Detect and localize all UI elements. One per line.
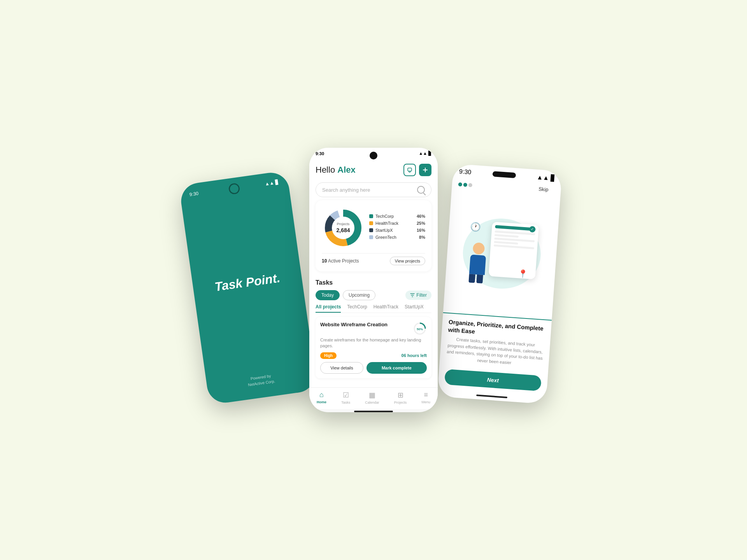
onboard-home-indicator bbox=[476, 394, 507, 398]
chart-legend: TechCorp 46% HealthTrack 25% bbox=[369, 214, 425, 242]
illustration-card: ✓ bbox=[489, 222, 539, 279]
bottom-nav: ⌂ Home ☑ Tasks ▦ Calendar ⊞ Projects ≡ M… bbox=[309, 387, 438, 409]
svg-rect-0 bbox=[408, 168, 412, 171]
menu-icon: ≡ bbox=[424, 391, 428, 399]
legend-item-techcorp: TechCorp 46% bbox=[369, 214, 425, 219]
chart-card: Projects 2,684 TechCorp 46% bbox=[316, 200, 431, 271]
legend-item-healthtrack: HealthTrack 25% bbox=[369, 221, 425, 226]
onboard-description: Create tasks, set priorities, and track … bbox=[446, 336, 544, 368]
add-icon bbox=[422, 167, 428, 173]
brand-logo: Task Point. bbox=[214, 271, 281, 294]
search-placeholder: Search anything here bbox=[322, 187, 370, 193]
notification-button[interactable] bbox=[403, 164, 416, 176]
nav-tasks-label: Tasks bbox=[341, 401, 350, 404]
nav-calendar[interactable]: ▦ Calendar bbox=[365, 391, 379, 404]
nav-calendar-label: Calendar bbox=[365, 401, 379, 404]
onboard-text: Organize, Prioritize, and Complete with … bbox=[439, 312, 552, 373]
phone-main: 9:30 ▲▲ ▊ Hello Alex bbox=[309, 148, 438, 412]
splash-brand: Task Point. bbox=[190, 185, 305, 381]
task-footer: High 06 hours left bbox=[320, 352, 427, 359]
main-notch bbox=[370, 152, 377, 159]
task-description: Create wireframes for the homepage and k… bbox=[320, 337, 427, 349]
task-name: Website Wireframe Creation bbox=[320, 322, 388, 327]
onboard-signal: ▲▲ ▊ bbox=[537, 173, 556, 182]
add-button[interactable] bbox=[419, 164, 431, 176]
main-time: 9:30 bbox=[316, 151, 324, 156]
onboard-notch bbox=[492, 171, 516, 178]
onboard-illustration: 🕐 ✓ bbox=[443, 191, 560, 317]
chart-row: Projects 2,684 TechCorp 46% bbox=[322, 206, 425, 249]
view-details-button[interactable]: View details bbox=[320, 362, 363, 374]
legend-item-startupx: StartUpX 16% bbox=[369, 228, 425, 233]
tasks-title: Tasks bbox=[316, 279, 431, 286]
task-card-header: Website Wireframe Creation 50% bbox=[320, 322, 427, 336]
priority-badge: High bbox=[320, 352, 337, 359]
legend-dot-techcorp bbox=[369, 214, 373, 218]
task-card: Website Wireframe Creation 50% Create wi… bbox=[316, 317, 431, 378]
app-scene: 9:30 ▲▲ ▊ Task Point. Powered byNetActiv… bbox=[193, 148, 554, 412]
sub-tabs: All projects TechCorp HealthTrack StartU… bbox=[316, 304, 431, 313]
subtab-startupx[interactable]: StartUpX bbox=[405, 304, 424, 313]
nav-projects-label: Projects bbox=[394, 401, 407, 404]
nav-home[interactable]: ⌂ Home bbox=[317, 391, 326, 404]
chart-footer: 10 Active Projects View projects bbox=[322, 253, 425, 265]
subtab-all[interactable]: All projects bbox=[316, 304, 341, 313]
dot-1 bbox=[458, 182, 463, 186]
skip-button[interactable]: Skip bbox=[532, 184, 555, 196]
nav-tasks[interactable]: ☑ Tasks bbox=[341, 391, 350, 404]
progress-circle: 50% bbox=[413, 322, 427, 336]
legend-item-greentech: GreenTech 8% bbox=[369, 235, 425, 240]
notification-icon bbox=[407, 167, 413, 173]
nav-projects[interactable]: ⊞ Projects bbox=[394, 391, 407, 404]
legend-dot-healthtrack bbox=[369, 221, 373, 225]
donut-center: Projects 2,684 bbox=[336, 222, 350, 234]
search-icon bbox=[417, 186, 425, 194]
greeting: Hello Alex bbox=[316, 165, 356, 175]
nav-menu-label: Menu bbox=[421, 400, 430, 404]
tab-today[interactable]: Today bbox=[316, 290, 340, 300]
subtab-healthtrack[interactable]: HealthTrack bbox=[374, 304, 398, 313]
mark-complete-button[interactable]: Mark complete bbox=[366, 362, 427, 374]
phone-onboard: 9:30 ▲▲ ▊ Skip 🕐 bbox=[437, 164, 562, 404]
legend-dot-greentech bbox=[369, 235, 373, 239]
view-projects-button[interactable]: View projects bbox=[390, 257, 425, 265]
subtab-techcorp[interactable]: TechCorp bbox=[347, 304, 367, 313]
person-head bbox=[473, 242, 485, 255]
task-actions: View details Mark complete bbox=[320, 362, 427, 374]
dot-3 bbox=[468, 183, 473, 187]
next-button[interactable]: Next bbox=[444, 369, 542, 391]
pin-icon: 📍 bbox=[517, 269, 528, 279]
clock-icon: 🕐 bbox=[470, 222, 481, 233]
svg-text:50%: 50% bbox=[417, 327, 423, 331]
dot-2 bbox=[463, 182, 468, 187]
phone-splash: 9:30 ▲▲ ▊ Task Point. Powered byNetActiv… bbox=[179, 170, 317, 405]
legend-dot-startupx bbox=[369, 228, 373, 232]
onboard-time: 9:30 bbox=[459, 168, 472, 176]
main-status-bar: 9:30 ▲▲ ▊ bbox=[309, 148, 438, 158]
illustration-bg: 🕐 ✓ bbox=[461, 216, 543, 291]
tasks-tabs: Today Upcoming Filter bbox=[316, 290, 431, 300]
active-projects-count: 10 Active Projects bbox=[322, 258, 359, 264]
hours-left: 06 hours left bbox=[402, 353, 427, 358]
donut-chart: Projects 2,684 bbox=[322, 206, 365, 249]
filter-icon bbox=[410, 293, 415, 298]
tab-upcoming[interactable]: Upcoming bbox=[343, 290, 375, 300]
header-icons bbox=[403, 164, 431, 176]
app-header: Hello Alex bbox=[309, 158, 438, 179]
nav-menu[interactable]: ≡ Menu bbox=[421, 391, 430, 404]
calendar-icon: ▦ bbox=[369, 391, 375, 399]
filter-button[interactable]: Filter bbox=[405, 290, 431, 300]
person-legs bbox=[468, 274, 484, 284]
projects-icon: ⊞ bbox=[398, 391, 403, 399]
illustration-person bbox=[468, 242, 487, 284]
tasks-icon: ☑ bbox=[343, 391, 349, 399]
person-body bbox=[469, 255, 486, 275]
nav-home-label: Home bbox=[317, 400, 326, 404]
home-indicator bbox=[354, 411, 393, 412]
search-bar[interactable]: Search anything here bbox=[316, 182, 431, 197]
home-icon: ⌂ bbox=[319, 391, 324, 399]
progress-dots bbox=[458, 182, 473, 187]
tasks-section: Tasks Today Upcoming Filter All projects… bbox=[309, 275, 438, 378]
main-scroll[interactable]: Hello Alex bbox=[309, 158, 438, 387]
main-signal: ▲▲ ▊ bbox=[419, 151, 431, 156]
